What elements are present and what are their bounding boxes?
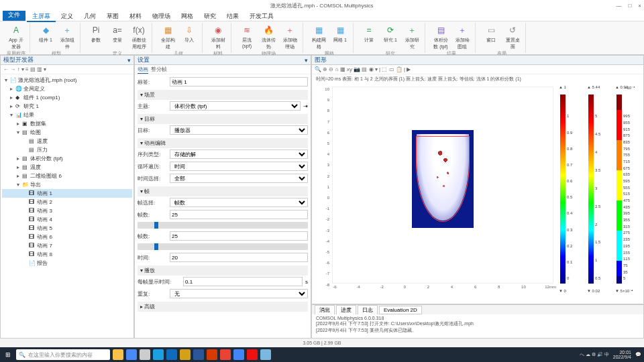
frame-sel-select[interactable]: 帧数 [170,198,308,207]
label-input[interactable] [170,77,308,86]
tree-node[interactable]: ▸⟳ 研究 1 [2,102,132,111]
start-button[interactable]: ⊞ [3,349,13,360]
component[interactable]: ◆组件 1 [37,24,54,44]
time-sel-select[interactable]: 全部 [170,174,308,183]
taskbar-app[interactable] [166,349,177,360]
plot-area[interactable]: 109876543210-1-2-3-4-5-6-7-8 -6-4-202468… [320,85,556,293]
tree-node[interactable]: ▸🌐 全局定义 [2,84,132,93]
section-scene[interactable]: ▾ 场景 [138,90,308,100]
close-button[interactable]: × [638,3,641,9]
tab-6[interactable]: 网格 [176,11,199,21]
vf-tpf[interactable]: ▤体积分数 (tpf) [432,24,449,50]
seq-type-select[interactable]: 存储的解 [170,149,308,159]
tab-1[interactable]: 定义 [56,11,78,21]
settings-tab-frames[interactable]: 整分帧 [151,66,167,73]
variables[interactable]: a=变量 [109,24,126,44]
taskbar-app[interactable] [247,349,258,360]
add-physics[interactable]: ＋添加物理场 [281,24,299,50]
repeat-select[interactable]: 无 [170,289,308,298]
tree-node[interactable]: 🎞 动画 4 [2,215,132,224]
taskbar-app[interactable] [260,349,271,360]
tree-node[interactable]: 🎞 动画 3 [2,206,132,215]
reset-desktop[interactable]: ↺重置桌面 [504,24,521,50]
panel-collapse-icon[interactable]: ▾ [127,57,131,64]
build-all[interactable]: ▦全部构建 [159,24,176,50]
tree-node[interactable]: ▾📄 激光熔池通孔.mph (root) [2,76,132,84]
app-builder[interactable]: AApp 开发器 [7,24,25,50]
taskbar-search[interactable]: 🔍 在这里输入你要搜索的内容 [16,349,110,360]
panel-collapse-icon[interactable]: ▾ [305,57,308,64]
taskbar-app[interactable] [113,349,123,360]
log-tab-2[interactable]: 日志 [358,305,378,315]
graphics-toolbar[interactable]: 🔍 ⊕ ⊖ ⌂ ▦ xy 📷 ▤ ◉ ▾ | ⬚ ▭ 📋 | ▶ [312,65,643,74]
build-mesh[interactable]: ▦构建网格 [310,24,327,50]
tree-node[interactable]: 🎞 动画 2 [2,198,132,206]
tree-node[interactable]: ▸▤ 二维绘图组 6 [2,172,132,180]
target-select[interactable]: 播放器 [170,125,308,135]
tab-4[interactable]: 材料 [124,11,147,21]
log-tab-3[interactable]: Evaluation 2D [379,306,422,314]
tree-node[interactable]: ▾📁 导出 [2,180,132,189]
loop-select[interactable]: 时间 [170,162,308,171]
tree-node[interactable]: ▸▤ 温度 [2,163,132,172]
goto-icon[interactable]: ⇥ [303,103,308,109]
taskbar-app[interactable] [233,349,244,360]
add-component[interactable]: ＋添加组件 [58,24,76,50]
taskbar-app[interactable] [153,349,164,360]
tab-0[interactable]: 主屏幕 [27,11,56,22]
import[interactable]: ⇩导入 [180,24,198,44]
section-target[interactable]: ▾ 目标 [138,114,308,124]
mesh1[interactable]: ▦网格 1 [331,24,349,44]
laminar-flow[interactable]: ≋层流 (spf) [238,24,256,48]
tab-8[interactable]: 结果 [221,11,244,21]
tree-node[interactable]: ▸◆ 组件 1 (comp1) [2,93,132,102]
time-input[interactable] [170,253,308,262]
functions[interactable]: f(x)函数使用程序 [130,24,148,50]
tab-7[interactable]: 研究 [199,11,221,21]
model-tree[interactable]: ▾📄 激光熔池通孔.mph (root)▸🌐 全局定义▸◆ 组件 1 (comp… [1,74,133,347]
tab-2[interactable]: 几何 [78,11,101,21]
section-anim-edit[interactable]: ▾ 动画编辑 [138,138,308,148]
add-material[interactable]: ◉添加材料 [209,24,227,50]
notification-icon[interactable]: 💬 [635,352,641,357]
tab-file[interactable]: 文件 [3,9,25,21]
tree-node[interactable]: 🎞 动画 5 [2,224,132,233]
tree-node[interactable]: ▸▣ 数据集 [2,119,132,128]
frames2-slider[interactable] [138,243,308,250]
taskbar-app[interactable] [193,349,204,360]
section-advanced[interactable]: ▸ 高级 [138,302,308,312]
windows[interactable]: ▭窗口 [482,24,500,44]
system-tray[interactable]: へ ☁ ⚙ 🔊 中 20:012022/9/4 💬 [580,350,641,359]
section-frames[interactable]: ▾ 帧 [138,186,308,196]
settings-tab-anim[interactable]: 动画 [138,66,148,74]
tab-9[interactable]: 开发工具 [244,11,279,21]
taskbar-app[interactable] [140,349,150,360]
frames-slider[interactable] [138,222,308,229]
tree-node[interactable]: 🎞 动画 7 [2,241,132,250]
compute[interactable]: =计算 [360,24,378,44]
maximize-button[interactable]: □ [628,3,631,9]
subject-select[interactable]: 体积分数 (tpf) [170,101,301,111]
taskbar-app[interactable] [207,349,217,360]
tree-node[interactable]: 📄 报告 [2,259,132,267]
minimize-button[interactable]: — [616,3,621,9]
log-tab-1[interactable]: 进度 [336,305,356,315]
heat-transfer[interactable]: 🔥流体传热 [260,24,277,50]
log-tab-0[interactable]: 消息 [315,305,335,315]
tab-5[interactable]: 物理场 [147,11,176,21]
tree-node[interactable]: 🎞 动画 6 [2,233,132,241]
taskbar-app[interactable] [180,349,191,360]
tree-node[interactable]: 🎞 动画 1 [2,189,132,198]
taskbar-app[interactable] [126,349,137,360]
tree-node[interactable]: ▤ 压力 [2,145,132,154]
tree-node[interactable]: ▾▤ 绘图 [2,128,132,137]
section-play[interactable]: ▾ 播放 [138,265,308,276]
frames2-input[interactable] [170,231,308,241]
tree-node[interactable]: ▸▤ 体积分数 (tpf) [2,154,132,163]
delay-input[interactable] [183,277,303,286]
add-study[interactable]: ＋添加研究 [403,24,421,50]
parameters[interactable]: Pi参数 [87,24,105,44]
tab-3[interactable]: 草图 [101,11,124,21]
taskbar-app[interactable] [220,349,231,360]
tree-node[interactable]: ▤ 速度 [2,137,132,145]
